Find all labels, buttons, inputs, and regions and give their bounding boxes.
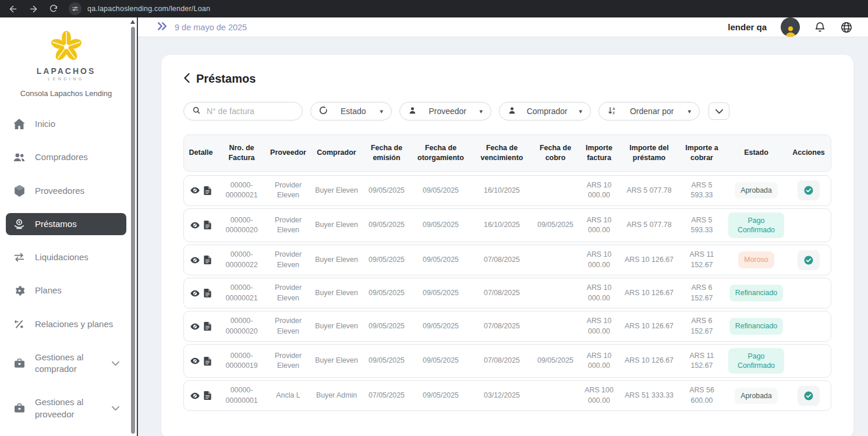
filters-bar: Estado ▾ Proveedor ▾ Com bbox=[183, 102, 831, 120]
proveedor-filter-label: Proveedor bbox=[428, 107, 466, 116]
document-icon[interactable] bbox=[204, 256, 211, 264]
collection-date bbox=[533, 259, 578, 261]
collection-date bbox=[533, 189, 578, 192]
document-icon[interactable] bbox=[204, 391, 211, 400]
view-eye-icon[interactable] bbox=[190, 357, 200, 365]
view-eye-icon[interactable] bbox=[190, 186, 200, 194]
notifications-bell-icon[interactable] bbox=[814, 21, 826, 34]
invoice-amount: ARS 10 000.00 bbox=[578, 179, 621, 202]
invoice-number: 00000-00000022 bbox=[218, 249, 265, 271]
check-circle-icon bbox=[803, 185, 814, 196]
table-row[interactable]: 00000-00000022 Provider Eleven Buyer Ele… bbox=[183, 244, 831, 275]
invoice-amount: ARS 10 000.00 bbox=[578, 214, 621, 237]
document-icon[interactable] bbox=[204, 357, 211, 366]
search-input[interactable] bbox=[207, 107, 294, 116]
invoice-search-field[interactable] bbox=[183, 102, 303, 120]
sidebar-item-compradores[interactable]: Compradores bbox=[6, 146, 126, 168]
issue-date: 07/05/2025 bbox=[362, 389, 411, 402]
scrollbar-thumb[interactable] bbox=[131, 27, 135, 434]
receivable-amount: ARS 5 593.33 bbox=[678, 179, 726, 202]
view-eye-icon[interactable] bbox=[190, 256, 200, 264]
table-row[interactable]: 00000-00000019 Provider Eleven Buyer Ele… bbox=[183, 344, 831, 378]
table-row[interactable]: 00000-00000001 Ancla L Buyer Admin 07/05… bbox=[183, 380, 831, 411]
document-icon[interactable] bbox=[204, 221, 211, 229]
language-globe-icon[interactable] bbox=[840, 21, 853, 34]
detalle-cell bbox=[184, 288, 218, 299]
person-icon bbox=[784, 25, 797, 37]
provider-name: Provider Eleven bbox=[265, 179, 311, 202]
view-eye-icon[interactable] bbox=[190, 221, 200, 229]
due-date: 07/08/2025 bbox=[470, 254, 533, 266]
table-row[interactable]: 00000-00000020 Provider Eleven Buyer Ele… bbox=[183, 208, 831, 242]
provider-name: Provider Eleven bbox=[265, 214, 311, 237]
sidebar-item-label: Liquidaciones bbox=[35, 251, 88, 263]
estado-filter-dropdown[interactable]: Estado ▾ bbox=[310, 102, 392, 120]
table-row[interactable]: 00000-00000021 Provider Eleven Buyer Ele… bbox=[183, 278, 831, 309]
collapse-filters-button[interactable] bbox=[708, 102, 729, 120]
caret-down-icon: ▾ bbox=[479, 108, 483, 115]
address-bar[interactable]: qa.lapachoslending.com/lender/Loan bbox=[69, 2, 210, 15]
status-ring-icon bbox=[319, 106, 328, 116]
buyer-name: Buyer Eleven bbox=[311, 287, 362, 299]
table-row[interactable]: 00000-00000020 Provider Eleven Buyer Ele… bbox=[183, 311, 831, 342]
caret-down-icon: ▾ bbox=[688, 108, 691, 115]
grant-date: 09/05/2025 bbox=[411, 185, 470, 197]
app-header: 9 de mayo de 2025 lender qa bbox=[138, 17, 868, 37]
invoice-amount: ARS 100 000.00 bbox=[578, 384, 621, 407]
ordenar-por-dropdown[interactable]: AZ Ordenar por ▾ bbox=[598, 102, 700, 120]
sidebar-item-inicio[interactable]: Inicio bbox=[6, 113, 126, 135]
sidebar-item-label: Préstamos bbox=[35, 218, 77, 230]
proveedor-filter-dropdown[interactable]: Proveedor ▾ bbox=[399, 102, 491, 120]
sort-az-icon: AZ bbox=[607, 106, 617, 117]
column-header: Fecha de otorgamiento bbox=[411, 141, 470, 165]
estado-cell: Refinanciado bbox=[726, 283, 786, 302]
comprador-filter-dropdown[interactable]: Comprador ▾ bbox=[499, 102, 591, 120]
scrollbar-up-arrow[interactable] bbox=[130, 20, 135, 24]
sidebar-item-planes[interactable]: Planes bbox=[6, 279, 126, 302]
table-row[interactable]: 00000-00000021 Provider Eleven Buyer Ele… bbox=[183, 175, 831, 206]
invoice-amount: ARS 10 000.00 bbox=[578, 249, 621, 271]
sidebar-item-liquidaciones[interactable]: Liquidaciones bbox=[6, 246, 126, 268]
lapachos-flower-icon bbox=[50, 30, 83, 63]
due-date: 07/08/2025 bbox=[470, 320, 533, 332]
browser-refresh-icon[interactable] bbox=[49, 4, 58, 13]
double-chevron-icon[interactable] bbox=[157, 22, 168, 33]
view-eye-icon[interactable] bbox=[190, 322, 200, 331]
sidebar-item-gestiones-al-proveedor[interactable]: Gestiones al proveedor bbox=[6, 391, 126, 426]
sidebar-item-pr-stamos[interactable]: Préstamos bbox=[6, 213, 126, 235]
issue-date: 09/05/2025 bbox=[362, 185, 411, 197]
sidebar-item-gestiones-al-comprador[interactable]: Gestiones al comprador bbox=[6, 346, 126, 381]
sidebar-item-proveedores[interactable]: Proveedores bbox=[6, 180, 126, 202]
site-settings-icon[interactable] bbox=[69, 2, 82, 15]
invoice-number: 00000-00000020 bbox=[218, 315, 265, 338]
document-icon[interactable] bbox=[204, 186, 211, 195]
receivable-amount: ARS 56 600.00 bbox=[678, 384, 726, 407]
browser-forward-icon[interactable] bbox=[29, 4, 38, 14]
invoice-number: 00000-00000020 bbox=[218, 214, 265, 237]
sidebar-item-label: Gestiones al proveedor bbox=[35, 396, 102, 420]
back-chevron-icon[interactable] bbox=[183, 73, 190, 86]
sidebar: LAPACHOS LENDING Consola Lapachos Lendin… bbox=[0, 17, 138, 436]
avatar[interactable] bbox=[781, 17, 800, 37]
view-eye-icon[interactable] bbox=[190, 289, 200, 297]
receivable-amount: ARS 6 152.67 bbox=[678, 315, 726, 338]
acciones-cell bbox=[786, 385, 831, 407]
briefcase-icon bbox=[13, 403, 26, 413]
confirm-action-button[interactable] bbox=[798, 386, 820, 406]
logo-subtitle: LENDING bbox=[6, 77, 126, 81]
confirm-action-button[interactable] bbox=[798, 250, 820, 270]
gear-icon bbox=[13, 285, 26, 296]
detalle-cell bbox=[184, 390, 218, 401]
browser-back-icon[interactable] bbox=[8, 4, 18, 14]
column-header: Fecha de emisión bbox=[362, 141, 411, 165]
console-label: Consola Lapachos Lending bbox=[6, 89, 126, 98]
document-icon[interactable] bbox=[204, 289, 211, 297]
document-icon[interactable] bbox=[204, 322, 211, 331]
status-badge: Pago Confirmado bbox=[728, 348, 784, 374]
view-eye-icon[interactable] bbox=[190, 392, 200, 400]
confirm-action-button[interactable] bbox=[798, 180, 820, 200]
search-icon bbox=[192, 106, 201, 116]
collection-date: 09/05/2025 bbox=[533, 219, 578, 231]
sidebar-scrollbar[interactable] bbox=[130, 19, 136, 435]
sidebar-item-relaciones-y-planes[interactable]: Relaciones y planes bbox=[6, 313, 126, 335]
